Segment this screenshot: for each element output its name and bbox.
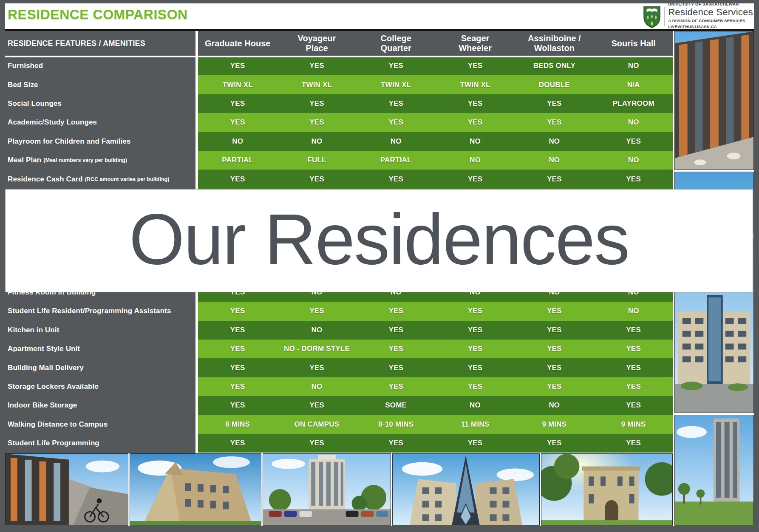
feature-value: YES bbox=[277, 113, 356, 132]
feature-value: NO bbox=[277, 321, 356, 340]
feature-value: YES bbox=[277, 434, 356, 453]
feature-value: YES bbox=[594, 132, 673, 151]
feature-value: YES bbox=[357, 170, 436, 188]
feature-value: 8-10 MINS bbox=[357, 415, 436, 434]
feature-label: Kitchen in Unit bbox=[8, 326, 59, 334]
table-row-walking-distance: Walking Distance to Campus 8 MINS ON CAM… bbox=[5, 415, 673, 434]
feature-value: NO bbox=[594, 57, 673, 75]
feature-label: Walking Distance to Campus bbox=[8, 420, 108, 429]
page-body: RESIDENCE COMPARISON UNIVERSITY OF SASKA… bbox=[5, 3, 754, 526]
feature-value: YES bbox=[357, 113, 436, 132]
feature-value: 9 MINS bbox=[515, 415, 594, 434]
table-row-bed-size: Bed Size TWIN XL TWIN XL TWIN XL TWIN XL… bbox=[5, 75, 673, 94]
column-header-college-quarter: College Quarter bbox=[357, 31, 436, 56]
feature-value: YES bbox=[436, 57, 515, 75]
feature-value: YES bbox=[436, 94, 515, 113]
feature-label: Indoor Bike Storage bbox=[8, 401, 77, 410]
feature-note: (Meal numbers vary per building) bbox=[43, 157, 127, 163]
usask-shield-icon bbox=[643, 6, 661, 28]
feature-value: YES bbox=[515, 302, 594, 320]
feature-value: YES bbox=[515, 170, 594, 188]
feature-value: YES bbox=[357, 57, 436, 75]
feature-value: YES bbox=[436, 358, 515, 377]
page-title: RESIDENCE COMPARISON bbox=[8, 7, 188, 23]
feature-value: YES bbox=[357, 321, 436, 340]
feature-label: Apartment Style Unit bbox=[8, 345, 80, 353]
feature-value: YES bbox=[515, 340, 594, 358]
feature-label: Furnished bbox=[8, 62, 43, 70]
feature-value: YES bbox=[594, 358, 673, 377]
feature-value: YES bbox=[357, 358, 436, 377]
photo-tower-parking-lot bbox=[263, 453, 391, 526]
feature-value: YES bbox=[277, 358, 356, 377]
feature-value: YES bbox=[436, 170, 515, 188]
feature-label: Bed Size bbox=[8, 81, 38, 89]
table-header-row: RESIDENCE FEATURES / AMENITIES Graduate … bbox=[5, 31, 673, 56]
header-bar: RESIDENCE COMPARISON UNIVERSITY OF SASKA… bbox=[5, 3, 754, 29]
feature-value: YES bbox=[594, 321, 673, 340]
feature-value: YES bbox=[198, 377, 277, 396]
feature-value: YES bbox=[198, 358, 277, 377]
feature-value: YES bbox=[277, 57, 356, 75]
feature-value: YES bbox=[594, 396, 673, 415]
column-header-souris-hall: Souris Hall bbox=[594, 31, 673, 56]
table-row-student-life-assistants: Student Life Resident/Programming Assist… bbox=[5, 302, 673, 320]
features-header: RESIDENCE FEATURES / AMENITIES bbox=[8, 31, 145, 56]
table-row-apartment-style: Apartment Style Unit YES NO - DORM STYLE… bbox=[5, 340, 673, 358]
photo-residence-street-cyclist bbox=[5, 453, 128, 526]
feature-value: YES bbox=[436, 340, 515, 358]
feature-value: NO bbox=[277, 377, 356, 396]
feature-value: YES bbox=[277, 170, 356, 188]
feature-value: YES bbox=[357, 434, 436, 453]
feature-value: YES bbox=[436, 434, 515, 453]
feature-value: YES bbox=[515, 358, 594, 377]
table-row-student-life-programming: Student Life Programming YES YES YES YES… bbox=[5, 434, 673, 453]
feature-value: BEDS ONLY bbox=[515, 57, 594, 75]
feature-value: NO bbox=[198, 132, 277, 151]
feature-value: TWIN XL bbox=[277, 75, 356, 94]
column-header-graduate-house: Graduate House bbox=[198, 31, 277, 56]
feature-value: 8 MINS bbox=[198, 415, 277, 434]
feature-value: SOME bbox=[357, 396, 436, 415]
feature-value: NO bbox=[436, 151, 515, 170]
feature-value: YES bbox=[436, 321, 515, 340]
feature-value: DOUBLE bbox=[515, 75, 594, 94]
feature-value: YES bbox=[594, 377, 673, 396]
feature-value: YES bbox=[515, 321, 594, 340]
feature-value: PARTIAL bbox=[198, 151, 277, 170]
feature-value: YES bbox=[198, 113, 277, 132]
feature-value: ON CAMPUS bbox=[277, 415, 356, 434]
feature-value: NO bbox=[436, 396, 515, 415]
column-header-voyageur-place: Voyageur Place bbox=[277, 31, 356, 56]
feature-label: Social Lounges bbox=[8, 99, 62, 108]
feature-label: Student Life Resident/Programming Assist… bbox=[8, 307, 171, 315]
feature-value: YES bbox=[198, 340, 277, 358]
table-row-residence-cash-card: Residence Cash Card(RCC amount varies pe… bbox=[5, 170, 673, 188]
feature-label: Playroom for Children and Families bbox=[8, 137, 131, 146]
feature-value: YES bbox=[198, 57, 277, 75]
table-row-mail-delivery: Building Mail Delivery YES YES YES YES Y… bbox=[5, 358, 673, 377]
feature-value: NO bbox=[515, 132, 594, 151]
feature-value: NO bbox=[277, 132, 356, 151]
feature-value: NO bbox=[594, 302, 673, 320]
feature-value: NO bbox=[594, 151, 673, 170]
photo-glass-atrium-residence bbox=[392, 453, 540, 526]
feature-value: TWIN XL bbox=[436, 75, 515, 94]
feature-label: Meal Plan bbox=[8, 156, 41, 164]
feature-value: YES bbox=[198, 321, 277, 340]
feature-value: YES bbox=[198, 434, 277, 453]
column-header-assiniboine-wollaston: Assiniboine / Wollaston bbox=[515, 31, 594, 56]
feature-value: PLAYROOM bbox=[594, 94, 673, 113]
feature-value: TWIN XL bbox=[357, 75, 436, 94]
feature-label: Student Life Programming bbox=[8, 439, 99, 447]
table-row-social-lounges: Social Lounges YES YES YES YES YES PLAYR… bbox=[5, 94, 673, 113]
poster-page: RESIDENCE COMPARISON UNIVERSITY OF SASKA… bbox=[0, 0, 759, 532]
overlay-title: Our Residences bbox=[129, 198, 629, 280]
feature-label: Building Mail Delivery bbox=[8, 364, 84, 372]
feature-value: NO bbox=[515, 396, 594, 415]
table-row-playroom: Playroom for Children and Families NO NO… bbox=[5, 132, 673, 151]
header-underline bbox=[5, 56, 673, 57]
feature-value: YES bbox=[594, 340, 673, 358]
feature-value: YES bbox=[357, 302, 436, 320]
feature-value: 11 MINS bbox=[436, 415, 515, 434]
